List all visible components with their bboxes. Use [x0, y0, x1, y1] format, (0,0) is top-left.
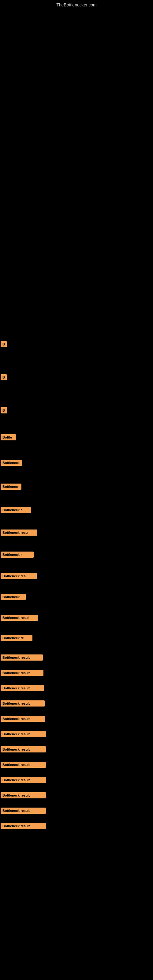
result-badge-10: Bottleneck res: [1, 573, 37, 579]
result-badge-2: B: [1, 374, 7, 380]
result-badge-13: Bottleneck re: [1, 635, 32, 641]
result-item-11: Bottleneck: [1, 593, 152, 601]
spacer-c: [1, 421, 152, 433]
result-badge-8: Bottleneck resu: [1, 530, 37, 536]
result-item-18: Bottleneck result: [1, 714, 152, 723]
result-item-5: Bottleneck: [1, 458, 152, 467]
result-badge-25: Bottleneck result: [1, 823, 46, 829]
result-item-22: Bottleneck result: [1, 776, 152, 784]
site-header: TheBottlenecker.com: [0, 0, 153, 9]
result-badge-20: Bottleneck result: [1, 746, 46, 752]
spacer-l: [1, 628, 152, 634]
page-wrapper: TheBottlenecker.com B B B Bottle Bottlen…: [0, 0, 153, 830]
result-badge-5: Bottleneck: [1, 460, 22, 466]
spacer-a: [1, 355, 152, 373]
result-item-15: Bottleneck result: [1, 668, 152, 677]
spacer-b: [1, 388, 152, 406]
result-item-13: Bottleneck re: [1, 634, 152, 642]
result-item-6: Bottlenec: [1, 482, 152, 491]
top-black-section: [0, 9, 153, 340]
result-badge-7: Bottleneck r: [1, 507, 31, 513]
result-item-7: Bottleneck r: [1, 506, 152, 514]
result-item-1: B: [1, 340, 152, 348]
result-badge-24: Bottleneck result: [1, 808, 46, 814]
result-item-9: Bottleneck r: [1, 550, 152, 559]
result-badge-22: Bottleneck result: [1, 777, 46, 783]
result-badge-18: Bottleneck result: [1, 716, 45, 722]
result-badge-4: Bottle: [1, 434, 16, 441]
result-item-3: B: [1, 406, 152, 415]
result-item-10: Bottleneck res: [1, 572, 152, 580]
result-badge-17: Bottleneck result: [1, 700, 45, 706]
result-badge-16: Bottleneck result: [1, 685, 44, 691]
result-badge-14: Bottleneck result: [1, 654, 43, 660]
spacer-j: [1, 587, 152, 593]
result-badge-3: B: [1, 407, 7, 414]
result-item-24: Bottleneck result: [1, 807, 152, 815]
result-item-20: Bottleneck result: [1, 745, 152, 754]
result-item-25: Bottleneck result: [1, 822, 152, 830]
results-container: B B B Bottle Bottleneck Bottlenec Bottle…: [0, 340, 153, 830]
result-badge-23: Bottleneck result: [1, 792, 46, 799]
spacer-k: [1, 607, 152, 613]
spacer-m: [1, 648, 152, 653]
result-badge-11: Bottleneck: [1, 594, 26, 600]
result-item-8: Bottleneck resu: [1, 528, 152, 537]
result-item-19: Bottleneck result: [1, 730, 152, 738]
result-badge-6: Bottlenec: [1, 484, 21, 490]
result-badge-9: Bottleneck r: [1, 552, 33, 558]
spacer-i: [1, 565, 152, 572]
result-item-17: Bottleneck result: [1, 699, 152, 708]
result-item-16: Bottleneck result: [1, 684, 152, 692]
result-item-12: Bottleneck resul: [1, 613, 152, 622]
result-item-21: Bottleneck result: [1, 760, 152, 769]
result-item-4: Bottle: [1, 433, 152, 442]
spacer-h: [1, 543, 152, 550]
site-title: TheBottlenecker.com: [0, 0, 153, 9]
spacer-f: [1, 497, 152, 506]
result-item-2: B: [1, 373, 152, 382]
result-badge-21: Bottleneck result: [1, 762, 46, 768]
result-badge-15: Bottleneck result: [1, 670, 43, 676]
result-item-23: Bottleneck result: [1, 791, 152, 800]
result-item-14: Bottleneck result: [1, 653, 152, 662]
result-badge-12: Bottleneck resul: [1, 615, 38, 621]
result-badge-1: B: [1, 341, 7, 347]
spacer-d: [1, 448, 152, 458]
result-badge-19: Bottleneck result: [1, 731, 46, 737]
spacer-e: [1, 473, 152, 482]
spacer-g: [1, 520, 152, 528]
